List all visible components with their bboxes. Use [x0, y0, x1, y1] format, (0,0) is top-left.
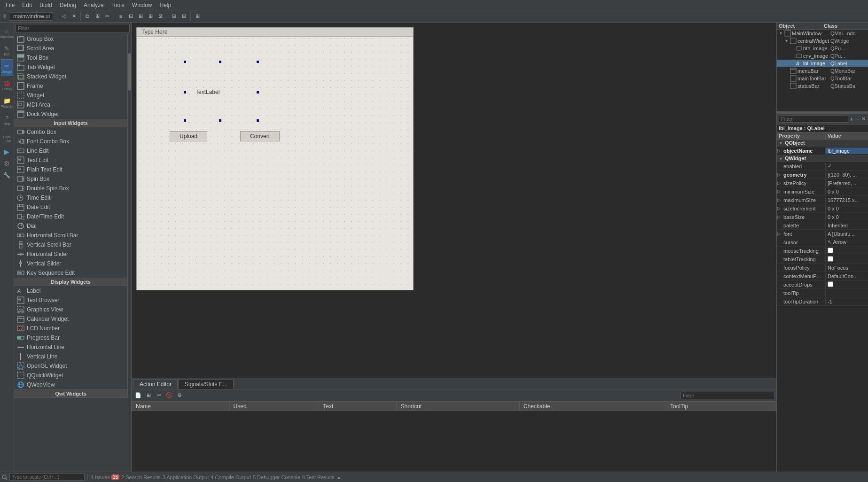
- sidebar-item-h-scroll-bar[interactable]: Horizontal Scroll Bar: [14, 231, 127, 240]
- handle-bot-center[interactable]: [219, 119, 221, 122]
- sidebar-item-lcd-number[interactable]: 88 LCD Number: [14, 324, 127, 333]
- prop-val-basesize[interactable]: 0 x 0: [826, 214, 868, 220]
- sidebar-item-v-line[interactable]: Vertical Line: [14, 352, 127, 361]
- obj-row-menubar[interactable]: menuBar QMenuBar: [777, 67, 868, 75]
- handle-mid-left[interactable]: [184, 91, 186, 93]
- sidebar-item-h-line[interactable]: Horizontal Line: [14, 342, 127, 352]
- prop-row-enabled[interactable]: enabled ✓: [777, 162, 868, 171]
- prop-row-maxsize[interactable]: ▷ maximumSize 16777215 x...: [777, 196, 868, 204]
- status-tests[interactable]: 8 Test Results: [302, 474, 335, 480]
- menu-file[interactable]: File: [2, 1, 18, 9]
- prop-row-palette[interactable]: palette Inherited: [777, 221, 868, 230]
- sidebar-item-mdi-area[interactable]: MDI Area: [14, 100, 127, 109]
- form-designer-canvas[interactable]: Type Here TextLabel: [136, 27, 414, 290]
- sidebar-item-datetime-edit[interactable]: Date/Time Edit: [14, 212, 127, 221]
- handle-mid-right[interactable]: [257, 91, 259, 93]
- prop-section-qobject[interactable]: ▼QObject: [777, 140, 868, 147]
- tab-signals-slots[interactable]: Signals/Slots E...: [179, 379, 234, 389]
- prop-val-geometry[interactable]: [(120, 30), ...: [826, 171, 868, 178]
- sidebar-item-combo-box[interactable]: ▼ Combo Box: [14, 127, 127, 137]
- sidebar-item-tab-widget[interactable]: Tab Widget: [14, 62, 127, 72]
- prop-row-tablettracking[interactable]: tabletTracking: [777, 255, 868, 264]
- toolbar-align-btn[interactable]: ≡: [116, 12, 125, 21]
- toolbar-back-btn[interactable]: ◁: [59, 12, 69, 21]
- toolbar-h-layout-btn[interactable]: ⊟: [126, 12, 135, 21]
- prop-val-minsize[interactable]: 0 x 0: [826, 188, 868, 195]
- sidebar-item-dial[interactable]: Dial: [14, 221, 127, 231]
- extra-icon-1[interactable]: Colo ...BW: [1, 132, 13, 146]
- toolbar-v-layout-btn[interactable]: ⊞: [136, 12, 145, 21]
- handle-bot-right[interactable]: [257, 119, 259, 122]
- sidebar-item-date-edit[interactable]: Date Edit: [14, 202, 127, 212]
- sidebar-item-scroll-area[interactable]: Scroll Area: [14, 44, 127, 53]
- prop-val-mousetracking[interactable]: [826, 247, 868, 255]
- prop-row-sizeincrement[interactable]: ▷ sizeIncrement 0 x 0: [777, 204, 868, 213]
- status-app-output[interactable]: 3 Application Output: [163, 474, 209, 480]
- sidebar-item-calendar-widget[interactable]: 12 Calendar Widget: [14, 314, 127, 324]
- extra-icon-3[interactable]: ⚙: [1, 158, 13, 169]
- obj-row-cnv-image[interactable]: cnv_image QPu...: [777, 52, 868, 60]
- tab-action-editor[interactable]: Action Editor: [133, 379, 178, 389]
- prop-section-qwidget[interactable]: ▼QWidget: [777, 155, 868, 162]
- sidebar-item-stacked-widget[interactable]: Stacked Widget: [14, 72, 127, 81]
- status-search-results[interactable]: 2 Search Results: [121, 474, 161, 480]
- status-locate-input[interactable]: [9, 474, 85, 481]
- ae-settings-btn[interactable]: ⚙: [175, 391, 184, 400]
- sidebar-item-v-scroll-bar[interactable]: Vertical Scroll Bar: [14, 240, 127, 249]
- toolbar-cut-btn[interactable]: ✂: [102, 12, 112, 21]
- prop-row-basesize[interactable]: ▷ baseSize 0 x 0: [777, 213, 868, 221]
- sidebar-item-text-browser[interactable]: AI Text Browser: [14, 295, 127, 305]
- prop-val-maxsize[interactable]: 16777215 x...: [826, 197, 868, 203]
- menu-window[interactable]: Window: [128, 1, 156, 9]
- prop-row-sizepolicy[interactable]: ▷ sizePolicy [Preferred, ...: [777, 179, 868, 187]
- sidebar-item-v-slider[interactable]: Vertical Slider: [14, 259, 127, 268]
- sidebar-item-double-spin-box[interactable]: Double Spin Box: [14, 184, 127, 193]
- sidebar-item-qweb-view[interactable]: QWebView: [14, 380, 127, 389]
- prop-row-contextmenu[interactable]: contextMenuPo... DefaultCon...: [777, 272, 868, 280]
- sidebar-item-time-edit[interactable]: Time Edit: [14, 193, 127, 202]
- toolbar-adj-btn[interactable]: ⊞: [169, 12, 179, 21]
- prop-row-focuspolicy[interactable]: focusPolicy NoFocus: [777, 264, 868, 272]
- sidebar-item-opengl-widget[interactable]: OpenGL Widget: [14, 361, 127, 371]
- toolbar-tab-order-btn[interactable]: ⊟: [179, 12, 188, 21]
- status-issues-item[interactable]: 1 Issues 15: [91, 474, 119, 480]
- sidebar-item-plain-text-edit[interactable]: AI Plain Text Edit: [14, 165, 127, 174]
- handle-top-right[interactable]: [257, 61, 259, 63]
- sidebar-item-line-edit[interactable]: Line Edit: [14, 146, 127, 155]
- prop-row-tooltipDuration[interactable]: toolTipDuration -1: [777, 297, 868, 306]
- prop-val-tooltip[interactable]: [826, 293, 868, 294]
- sidebar-filter-input[interactable]: [16, 24, 130, 32]
- prop-val-palette[interactable]: Inherited: [826, 222, 868, 229]
- props-minus-btn[interactable]: −: [855, 115, 860, 123]
- upload-button[interactable]: Upload: [170, 131, 207, 141]
- menu-help[interactable]: Help: [156, 1, 175, 9]
- sidebar-item-group-box[interactable]: ab Group Box: [14, 34, 127, 44]
- obj-row-statusbar[interactable]: statusBar QStatusBa: [777, 82, 868, 90]
- status-compile[interactable]: 4 Compile Output: [211, 474, 251, 480]
- obj-row-btn-image[interactable]: btn_image QPu...: [777, 45, 868, 52]
- handle-bot-left[interactable]: [184, 119, 186, 122]
- menu-tools[interactable]: Tools: [108, 1, 128, 9]
- sidebar-item-font-combo-box[interactable]: A Font Combo Box: [14, 137, 127, 146]
- prop-val-tooltipDuration[interactable]: -1: [826, 298, 868, 305]
- toolbar-preview-btn[interactable]: ⊞: [193, 12, 202, 21]
- prop-row-mousetracking[interactable]: mouseTracking: [777, 247, 868, 255]
- obj-row-lbl-image[interactable]: A lbl_image QLabel: [777, 60, 868, 67]
- sidebar-item-key-seq-edit[interactable]: Key Sequence Edit: [14, 268, 127, 278]
- sidebar-item-graphics-view[interactable]: Graphics View: [14, 305, 127, 314]
- prop-row-cursor[interactable]: cursor ↖ Arrow: [777, 238, 868, 247]
- prop-val-enabled[interactable]: ✓: [826, 163, 868, 170]
- sidebar-item-h-slider[interactable]: Horizontal Slider: [14, 249, 127, 259]
- toolbar-paste-btn[interactable]: ⊞: [93, 12, 102, 21]
- mode-debug[interactable]: 🐞 Debug: [1, 77, 13, 93]
- sidebar-item-widget[interactable]: Widget: [14, 91, 127, 100]
- prop-val-acceptdrops[interactable]: [826, 281, 868, 288]
- menu-build[interactable]: Build: [36, 1, 56, 9]
- sidebar-item-tool-box[interactable]: Tool Box: [14, 53, 127, 62]
- toolbar-grid-btn[interactable]: ⊞: [146, 12, 155, 21]
- prop-val-sizeincrement[interactable]: 0 x 0: [826, 205, 868, 212]
- mode-projects[interactable]: 📁 Projects: [1, 94, 13, 111]
- extra-icon-4[interactable]: 🔧: [1, 170, 13, 181]
- props-filter-input[interactable]: [779, 115, 848, 123]
- prop-row-objectname[interactable]: ▷ objectName lbl_image: [777, 147, 868, 155]
